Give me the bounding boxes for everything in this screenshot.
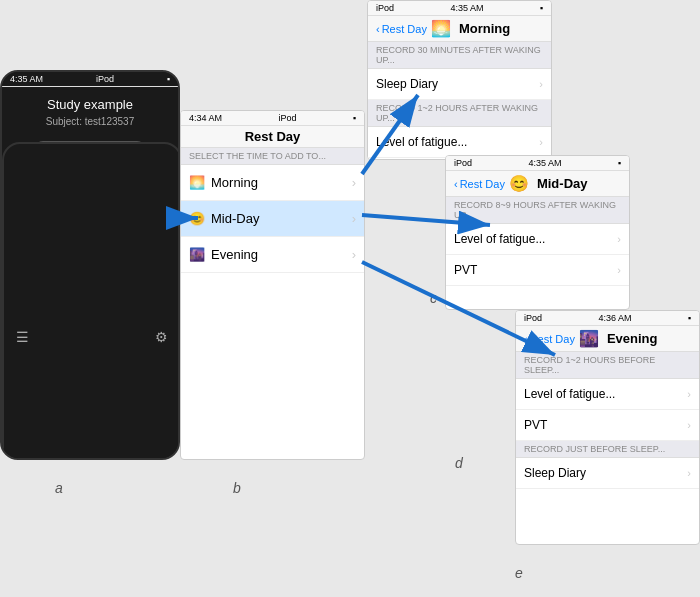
panel-e-evening: iPod 4:36 AM ▪ ‹ Rest Day 🌆 Evening RECO… <box>515 310 700 545</box>
evening-chevron: › <box>352 247 356 262</box>
panel-e-battery: ▪ <box>688 313 691 323</box>
panel-d-status: iPod 4:35 AM ▪ <box>446 156 629 171</box>
panel-c-time: 4:35 AM <box>450 3 483 13</box>
panel-b-navbar: Rest Day <box>181 126 364 148</box>
panel-c-morning: iPod 4:35 AM ▪ ‹ Rest Day 🌅 Morning RECO… <box>367 0 552 160</box>
panel-c-battery: ▪ <box>540 3 543 13</box>
panel-d-time: 4:35 AM <box>528 158 561 168</box>
panel-c-page-icon: 🌅 <box>431 19 451 38</box>
list-item-evening[interactable]: 🌆 Evening › <box>181 237 364 273</box>
panel-c-title: Morning <box>459 21 510 36</box>
panel-e-time: 4:36 AM <box>598 313 631 323</box>
morning-chevron: › <box>352 175 356 190</box>
panel-d-section1-header: RECORD 8~9 HOURS AFTER WAKING UP... <box>446 197 629 224</box>
panel-e-navbar: ‹ Rest Day 🌆 Evening <box>516 326 699 352</box>
panel-e-pvt-chevron: › <box>687 419 691 431</box>
label-e: e <box>515 565 523 581</box>
midday-icon: 😊 <box>189 211 205 226</box>
panel-d-title: Mid-Day <box>537 176 588 191</box>
panel-b-device: 4:34 AM iPod ▪ Rest Day SELECT THE TIME … <box>180 110 365 460</box>
list-item-midday[interactable]: 😊 Mid-Day › <box>181 201 364 237</box>
midday-chevron: › <box>352 211 356 226</box>
subject-label: Subject: test123537 <box>12 116 168 127</box>
panel-e-fatigue-chevron: › <box>687 388 691 400</box>
panel-b-device-label: iPod <box>278 113 296 123</box>
panel-b-battery: ▪ <box>353 113 356 123</box>
panel-b-section-header: SELECT THE TIME TO ADD TO... <box>181 148 364 165</box>
label-a: a <box>55 480 63 496</box>
panel-c-fatigue[interactable]: Level of fatigue... › <box>368 127 551 158</box>
panel-b-title: Rest Day <box>189 129 356 144</box>
midday-label: Mid-Day <box>211 211 259 226</box>
gear-icon: ⚙ <box>155 329 168 345</box>
panel-a-device: iPod <box>96 74 114 84</box>
panel-e-section1-header: RECORD 1~2 HOURS BEFORE SLEEP... <box>516 352 699 379</box>
panel-d-pvt-label: PVT <box>454 263 477 277</box>
panel-e-sleep-diary-chevron: › <box>687 467 691 479</box>
panel-e-back[interactable]: ‹ Rest Day <box>524 333 575 345</box>
evening-left: 🌆 Evening <box>189 247 258 262</box>
panel-e-status: iPod 4:36 AM ▪ <box>516 311 699 326</box>
panel-c-section1-header: RECORD 30 MINUTES AFTER WAKING UP... <box>368 42 551 69</box>
panel-e-section2-header: RECORD JUST BEFORE SLEEP... <box>516 441 699 458</box>
midday-left: 😊 Mid-Day <box>189 211 259 226</box>
panel-b-time: 4:34 AM <box>189 113 222 123</box>
morning-icon: 🌅 <box>189 175 205 190</box>
battery-icon: ▪ <box>167 74 170 84</box>
panel-a-navbar: ☰ ⚙ <box>2 142 180 460</box>
panel-d-back[interactable]: ‹ Rest Day <box>454 178 505 190</box>
label-c: c <box>430 290 437 306</box>
panel-a-status-bar: 4:35 AM iPod ▪ <box>2 72 178 87</box>
panel-d-fatigue-label: Level of fatigue... <box>454 232 545 246</box>
panel-e-device: iPod <box>524 313 542 323</box>
evening-icon: 🌆 <box>189 247 205 262</box>
evening-label: Evening <box>211 247 258 262</box>
panel-d-pvt-chevron: › <box>617 264 621 276</box>
panel-e-sleep-diary[interactable]: Sleep Diary › <box>516 458 699 489</box>
panel-d-pvt[interactable]: PVT › <box>446 255 629 286</box>
panel-c-back[interactable]: ‹ Rest Day <box>376 23 427 35</box>
menu-icon: ☰ <box>16 329 29 345</box>
panel-e-page-icon: 🌆 <box>579 329 599 348</box>
panel-e-pvt[interactable]: PVT › <box>516 410 699 441</box>
study-title: Study example <box>12 97 168 112</box>
panel-e-sleep-diary-label: Sleep Diary <box>524 466 586 480</box>
panel-d-device: iPod <box>454 158 472 168</box>
label-b: b <box>233 480 241 496</box>
panel-c-fatigue-chevron: › <box>539 136 543 148</box>
morning-left: 🌅 Morning <box>189 175 258 190</box>
panel-c-status: iPod 4:35 AM ▪ <box>368 1 551 16</box>
panel-e-pvt-label: PVT <box>524 418 547 432</box>
list-item-morning[interactable]: 🌅 Morning › <box>181 165 364 201</box>
panel-b-status-bar: 4:34 AM iPod ▪ <box>181 111 364 126</box>
panel-e-fatigue-label: Level of fatigue... <box>524 387 615 401</box>
morning-label: Morning <box>211 175 258 190</box>
panel-d-fatigue-chevron: › <box>617 233 621 245</box>
panel-c-section2-header: RECORD 1~2 HOURS AFTER WAKING UP... <box>368 100 551 127</box>
panel-e-fatigue[interactable]: Level of fatigue... › <box>516 379 699 410</box>
panel-a-time: 4:35 AM <box>10 74 43 84</box>
panel-c-navbar: ‹ Rest Day 🌅 Morning <box>368 16 551 42</box>
panel-c-device: iPod <box>376 3 394 13</box>
panel-d-midday: iPod 4:35 AM ▪ ‹ Rest Day 😊 Mid-Day RECO… <box>445 155 630 310</box>
sleep-diary-label: Sleep Diary <box>376 77 438 91</box>
panel-c-sleep-diary[interactable]: Sleep Diary › <box>368 69 551 100</box>
panel-e-title: Evening <box>607 331 658 346</box>
panel-c-fatigue-label: Level of fatigue... <box>376 135 467 149</box>
sleep-diary-chevron: › <box>539 78 543 90</box>
panel-a-device: 4:35 AM iPod ▪ ☰ ⚙ Study example Subject… <box>0 70 180 460</box>
label-d: d <box>455 455 463 471</box>
panel-d-page-icon: 😊 <box>509 174 529 193</box>
panel-d-fatigue[interactable]: Level of fatigue... › <box>446 224 629 255</box>
panel-d-navbar: ‹ Rest Day 😊 Mid-Day <box>446 171 629 197</box>
panel-d-battery: ▪ <box>618 158 621 168</box>
